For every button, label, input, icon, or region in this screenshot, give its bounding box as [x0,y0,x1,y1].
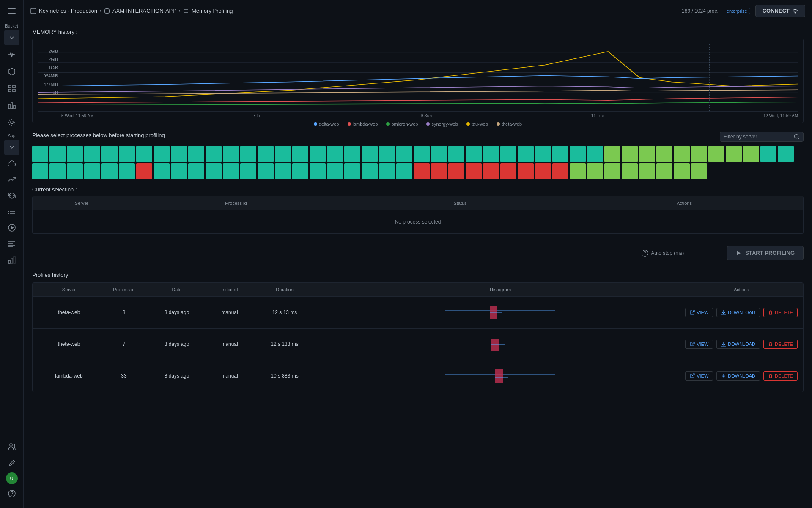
process-cell[interactable] [49,146,66,162]
process-cell[interactable] [119,146,135,162]
process-cell[interactable] [500,163,516,179]
process-cell[interactable] [136,163,152,179]
connect-button[interactable]: CONNECT [755,5,805,17]
view-btn-1[interactable]: VIEW [685,308,713,317]
process-cell[interactable] [570,163,586,179]
process-cell[interactable] [604,163,620,179]
process-cell[interactable] [448,163,464,179]
process-cell[interactable] [656,163,672,179]
process-cell[interactable] [552,146,568,162]
process-cell[interactable] [292,163,308,179]
process-cell[interactable] [292,146,308,162]
download-btn-3[interactable]: DOWNLOAD [716,371,760,381]
process-cell[interactable] [32,146,48,162]
process-cell[interactable] [518,163,534,179]
process-cell[interactable] [639,163,655,179]
process-cell[interactable] [500,146,516,162]
settings-icon[interactable] [4,115,19,130]
process-cell[interactable] [49,163,66,179]
filter-input[interactable] [724,134,791,140]
process-cell[interactable] [535,146,551,162]
process-cell[interactable] [327,163,343,179]
download-btn-1[interactable]: DOWNLOAD [716,308,760,317]
process-cell[interactable] [188,163,204,179]
hamburger-icon[interactable] [4,3,19,19]
process-cell[interactable] [778,146,794,162]
barchart-icon[interactable] [4,98,19,113]
delete-btn-1[interactable]: DELETE [763,308,798,317]
process-cell[interactable] [362,163,378,179]
process-cell[interactable] [483,146,499,162]
process-cell[interactable] [570,146,586,162]
process-cell[interactable] [119,163,135,179]
refresh-icon[interactable] [4,188,19,203]
process-cell[interactable] [206,146,222,162]
bucket-dropdown[interactable] [4,30,19,45]
list-icon[interactable] [4,204,19,219]
cloud-icon[interactable] [4,156,19,171]
download-btn-2[interactable]: DOWNLOAD [716,340,760,349]
process-cell[interactable] [535,163,551,179]
view-btn-2[interactable]: VIEW [685,340,713,349]
edit-icon[interactable] [4,456,19,471]
process-cell[interactable] [466,163,482,179]
process-cell[interactable] [206,163,222,179]
process-cell[interactable] [258,163,274,179]
process-cell[interactable] [275,146,291,162]
process-cell[interactable] [414,146,430,162]
process-cell[interactable] [102,163,118,179]
process-cell[interactable] [67,163,83,179]
process-cell[interactable] [32,163,48,179]
process-cell[interactable] [136,146,152,162]
process-cell[interactable] [587,163,603,179]
process-cell[interactable] [154,146,170,162]
process-cell[interactable] [448,146,464,162]
process-cell[interactable] [240,146,256,162]
process-cell[interactable] [674,163,690,179]
auto-stop-help-icon[interactable]: ? [642,250,648,257]
process-cell[interactable] [552,163,568,179]
process-cell[interactable] [431,146,447,162]
process-cell[interactable] [691,146,707,162]
process-cell[interactable] [154,163,170,179]
process-cell[interactable] [223,163,239,179]
playcircle-icon[interactable] [4,220,19,235]
process-cell[interactable] [604,146,620,162]
process-cell[interactable] [639,146,655,162]
process-cell[interactable] [674,146,690,162]
process-cell[interactable] [171,146,187,162]
process-cell[interactable] [587,146,603,162]
delete-btn-2[interactable]: DELETE [763,340,798,349]
process-cell[interactable] [275,163,291,179]
barchart2-icon[interactable] [4,252,19,268]
auto-stop-input[interactable] [686,250,720,256]
process-cell[interactable] [466,146,482,162]
process-cell[interactable] [240,163,256,179]
app-dropdown[interactable] [4,140,19,155]
avatar[interactable]: U [6,472,18,484]
process-cell[interactable] [708,146,724,162]
start-profiling-button[interactable]: START PROFILING [727,246,804,260]
process-cell[interactable] [362,146,378,162]
process-cell[interactable] [414,163,430,179]
process-cell[interactable] [431,163,447,179]
process-cell[interactable] [344,163,360,179]
help-icon[interactable] [4,486,19,501]
process-cell[interactable] [396,163,412,179]
activity-icon[interactable] [4,47,19,62]
alignleft-icon[interactable] [4,236,19,251]
process-cell[interactable] [84,146,100,162]
process-cell[interactable] [171,163,187,179]
users-icon[interactable] [4,439,19,454]
hexagon-icon[interactable] [4,64,19,79]
process-cell[interactable] [622,146,638,162]
view-btn-3[interactable]: VIEW [685,371,713,381]
process-cell[interactable] [726,146,742,162]
grid-icon[interactable] [4,81,19,96]
process-cell[interactable] [310,146,326,162]
process-cell[interactable] [622,163,638,179]
process-cell[interactable] [102,146,118,162]
process-cell[interactable] [188,146,204,162]
process-cell[interactable] [258,146,274,162]
process-cell[interactable] [84,163,100,179]
